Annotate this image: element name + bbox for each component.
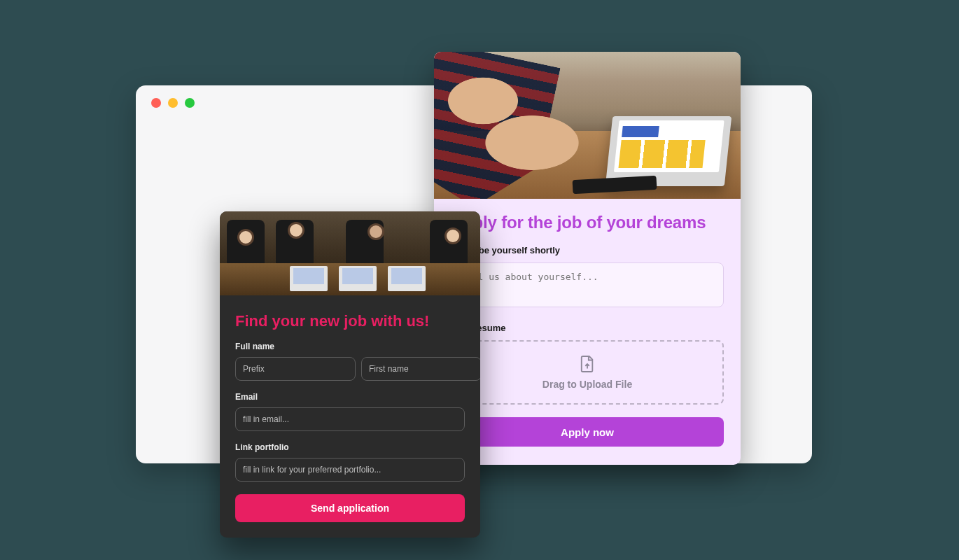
job-apply-title: Apply for the job of your dreams: [451, 213, 724, 232]
find-job-hero-image: [220, 211, 480, 295]
resume-label: Your resume: [451, 323, 724, 333]
portfolio-input[interactable]: [235, 458, 465, 482]
window-close-icon[interactable]: [151, 98, 161, 108]
file-upload-icon: [580, 355, 595, 373]
resume-dropzone[interactable]: Drag to Upload File: [451, 340, 724, 405]
firstname-input[interactable]: [361, 357, 480, 381]
prefix-input[interactable]: [235, 357, 356, 381]
apply-now-button[interactable]: Apply now: [451, 417, 724, 447]
dropzone-text: Drag to Upload File: [542, 379, 632, 390]
window-minimize-icon[interactable]: [168, 98, 178, 108]
window-traffic-lights: [151, 98, 195, 108]
email-label: Email: [235, 392, 465, 402]
describe-label: Describe yourself shortly: [451, 245, 724, 255]
job-apply-hero-image: [434, 52, 741, 199]
send-application-button[interactable]: Send application: [235, 494, 465, 522]
describe-textarea[interactable]: [451, 262, 724, 307]
find-job-title: Find your new job with us!: [235, 312, 465, 330]
find-job-card: Find your new job with us! Full name Ema…: [220, 211, 480, 538]
email-input[interactable]: [235, 407, 465, 431]
fullname-label: Full name: [235, 342, 465, 351]
portfolio-label: Link portfolio: [235, 442, 465, 452]
window-fullscreen-icon[interactable]: [185, 98, 195, 108]
